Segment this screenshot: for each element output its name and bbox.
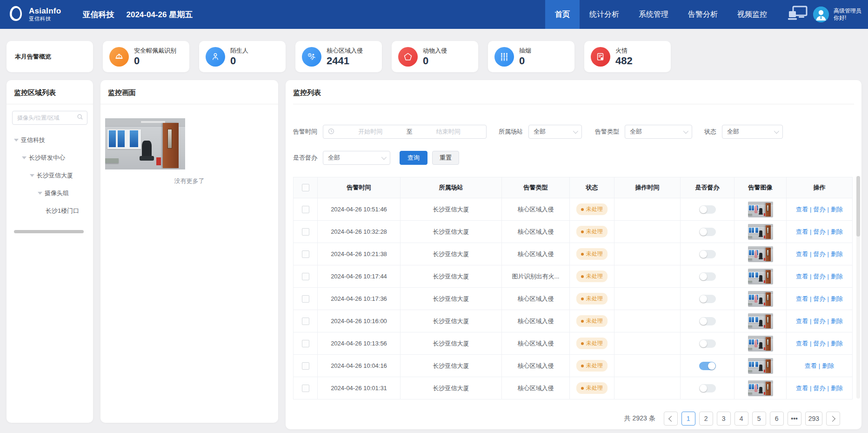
nav-item[interactable]: 系统管理 [629,0,678,29]
supervise-select[interactable]: 全部 [323,151,390,165]
action-delete[interactable]: 删除 [831,206,843,213]
action-separator: | [810,385,811,392]
action-view[interactable]: 查看 [805,362,817,369]
action-supervise[interactable]: 督办 [814,385,826,392]
action-supervise[interactable]: 督办 [814,206,826,213]
user-avatar[interactable] [813,7,829,22]
alarm-image-cell [734,243,787,265]
alarm-time-cell: 2024-04-26 10:17:36 [318,288,401,310]
reset-button[interactable]: 重置 [432,151,459,165]
row-checkbox[interactable] [302,385,309,392]
page-button[interactable]: 293 [805,412,822,426]
alarm-type-select[interactable]: 全部 [625,125,692,139]
user-role: 高级管理员 [834,7,861,14]
supervise-toggle[interactable] [699,339,716,348]
action-view[interactable]: 查看 [796,340,808,347]
action-view[interactable]: 查看 [796,295,808,302]
camera-feed[interactable] [105,118,278,169]
stat-card[interactable]: 动物入侵0 [392,41,478,72]
action-delete[interactable]: 删除 [822,362,834,369]
supervise-toggle[interactable] [699,272,716,281]
action-delete[interactable]: 删除 [831,273,843,280]
date-range-input[interactable]: 开始时间 至 结束时间 [323,125,487,139]
page-button[interactable]: 1 [681,412,695,426]
station-select[interactable]: 全部 [528,125,582,139]
tree-node[interactable]: 摄像头组 [7,184,93,202]
supervise-toggle[interactable] [699,384,716,392]
action-supervise[interactable]: 督办 [814,295,826,302]
action-view[interactable]: 查看 [796,228,808,235]
tree-node[interactable]: 亚信科技 [7,131,93,149]
action-view[interactable]: 查看 [796,206,808,213]
supervise-toggle[interactable] [699,362,716,370]
search-icon[interactable] [77,114,83,122]
action-supervise[interactable]: 督办 [814,318,826,325]
stat-card[interactable]: 陌生人0 [199,41,286,72]
tree-node[interactable]: 长沙亚信大厦 [7,167,93,184]
row-checkbox[interactable] [302,206,309,213]
camera-search-input[interactable] [16,114,74,122]
action-view[interactable]: 查看 [796,250,808,257]
horizontal-scrollbar[interactable] [14,230,84,233]
action-separator: | [810,206,811,213]
helmet-icon [109,47,129,67]
query-button[interactable]: 查询 [400,151,427,165]
action-supervise[interactable]: 督办 [814,273,826,280]
action-delete[interactable]: 删除 [831,385,843,392]
nav-item[interactable]: 统计分析 [580,0,629,29]
row-checkbox[interactable] [302,295,309,303]
action-delete[interactable]: 删除 [831,318,843,325]
stat-card[interactable]: 核心区域入侵2441 [295,41,382,72]
action-delete[interactable]: 删除 [831,295,843,302]
supervise-cell [681,221,734,243]
row-checkbox[interactable] [302,340,309,347]
camera-panel-title: 监控画面 [100,80,278,104]
end-time-input[interactable]: 结束时间 [415,128,482,136]
nav-item[interactable]: 视频监控 [728,0,777,29]
station-cell: 长沙亚信大厦 [401,310,502,332]
next-page-button[interactable] [826,412,840,426]
stat-card[interactable]: 安全帽佩戴识别0 [103,41,189,72]
action-view[interactable]: 查看 [796,273,808,280]
page-button[interactable]: 2 [699,412,713,426]
stat-card[interactable]: 火情482 [584,41,671,72]
tree-node[interactable]: 长沙1楼门口 [7,202,93,220]
nav-item[interactable]: 首页 [545,0,580,29]
supervise-toggle[interactable] [699,317,716,325]
action-delete[interactable]: 删除 [831,250,843,257]
action-view[interactable]: 查看 [796,385,808,392]
row-checkbox[interactable] [302,250,309,258]
page-button[interactable]: 6 [770,412,784,426]
nav-item[interactable]: 告警分析 [678,0,728,29]
supervise-toggle[interactable] [699,205,716,214]
row-checkbox[interactable] [302,273,309,280]
action-view[interactable]: 查看 [796,318,808,325]
ellipsis-button[interactable]: ••• [788,412,801,426]
tree-node[interactable]: 长沙研发中心 [7,149,93,167]
row-checkbox[interactable] [302,318,309,325]
start-time-input[interactable]: 开始时间 [337,128,404,136]
table-row: 2024-04-26 10:01:31长沙亚信大厦核心区域入侵未处理查看|督办|… [294,377,853,399]
action-supervise[interactable]: 督办 [814,228,826,235]
supervise-toggle[interactable] [699,250,716,258]
supervise-toggle[interactable] [699,228,716,236]
page-button[interactable]: 5 [752,412,766,426]
stat-card[interactable]: 抽烟0 [488,41,574,72]
station-cell: 长沙亚信大厦 [401,332,502,355]
page-button[interactable]: 4 [734,412,748,426]
user-info[interactable]: 高级管理员 你好! [834,7,861,21]
prev-page-button[interactable] [664,412,678,426]
scrollbar-thumb[interactable] [856,176,860,237]
action-delete[interactable]: 删除 [831,340,843,347]
row-checkbox[interactable] [302,362,309,370]
select-all-checkbox[interactable] [302,184,309,191]
action-delete[interactable]: 删除 [831,228,843,235]
vertical-scrollbar[interactable] [856,176,860,399]
page-button[interactable]: 3 [717,412,731,426]
supervise-toggle[interactable] [699,295,716,303]
action-supervise[interactable]: 督办 [814,340,826,347]
action-supervise[interactable]: 督办 [814,250,826,257]
status-select[interactable]: 全部 [722,125,783,139]
multi-screen-icon[interactable] [787,6,808,23]
row-checkbox[interactable] [302,228,309,236]
